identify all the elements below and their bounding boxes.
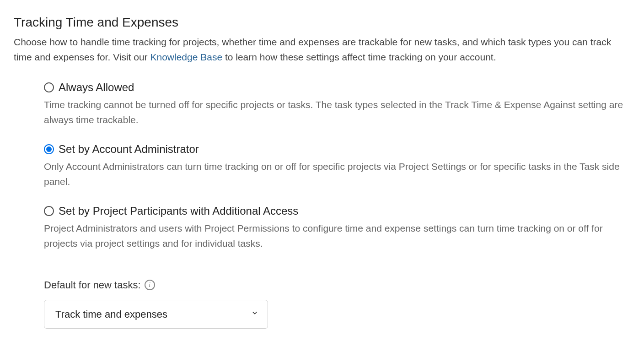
default-new-tasks-select[interactable]: Track time and expenses xyxy=(44,300,268,329)
desc-after: to learn how these settings affect time … xyxy=(222,52,496,62)
knowledge-base-link[interactable]: Knowledge Base xyxy=(150,52,222,62)
option-title: Set by Account Administrator xyxy=(59,141,199,157)
radio-project-participants[interactable] xyxy=(44,206,54,216)
section-title: Tracking Time and Expenses xyxy=(14,13,630,32)
radio-account-admin[interactable] xyxy=(44,144,54,154)
option-desc: Project Administrators and users with Pr… xyxy=(44,221,630,251)
option-project-participants: Set by Project Participants with Additio… xyxy=(44,203,630,251)
default-new-tasks-row: Default for new tasks: i Track time and … xyxy=(44,277,630,329)
info-icon[interactable]: i xyxy=(145,280,155,290)
select-value: Track time and expenses xyxy=(55,307,167,322)
section-description: Choose how to handle time tracking for p… xyxy=(14,35,627,65)
tracking-options-group: Always Allowed Time tracking cannot be t… xyxy=(44,79,630,251)
option-account-admin: Set by Account Administrator Only Accoun… xyxy=(44,141,630,189)
option-desc: Only Account Administrators can turn tim… xyxy=(44,159,630,189)
option-title: Set by Project Participants with Additio… xyxy=(59,203,298,219)
radio-always-allowed[interactable] xyxy=(44,82,54,92)
tracking-settings-section: Tracking Time and Expenses Choose how to… xyxy=(14,13,630,329)
option-title: Always Allowed xyxy=(59,79,134,96)
default-label: Default for new tasks: xyxy=(44,277,141,292)
option-always-allowed: Always Allowed Time tracking cannot be t… xyxy=(44,79,630,127)
option-desc: Time tracking cannot be turned off for s… xyxy=(44,97,630,127)
